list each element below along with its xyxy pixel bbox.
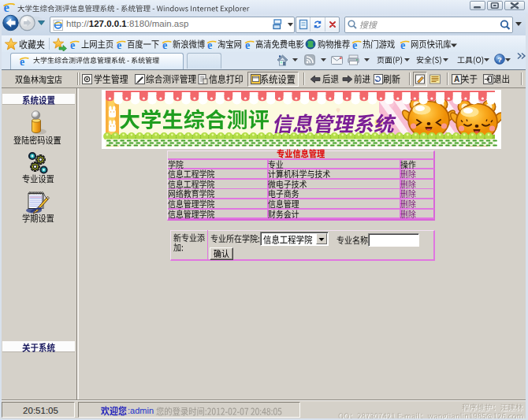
svg-text:?: ? xyxy=(497,55,502,64)
